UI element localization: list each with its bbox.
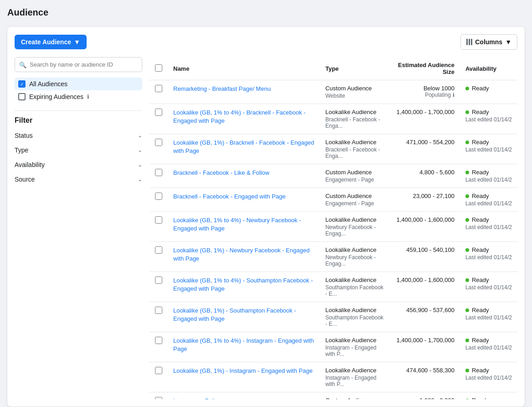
status-dot-3 — [465, 171, 469, 174]
row-checkbox-10[interactable] — [155, 367, 162, 374]
status-row-5: Ready — [465, 216, 512, 223]
cell-type-5: Lookalike Audience Newbury Facebook - En… — [320, 212, 391, 242]
expiring-audiences-filter[interactable]: Expiring Audiences ℹ — [15, 90, 142, 103]
type-sub-4: Engagement - Page — [325, 200, 386, 207]
filter-row-type[interactable]: Type⌄ — [15, 143, 142, 157]
last-edited-text: Last edited 01/14/2 — [465, 224, 512, 230]
size-main-1: 1,400,000 - 1,700,000 — [397, 109, 455, 115]
size-main-2: 471,000 - 554,200 — [397, 139, 455, 146]
type-main-0: Custom Audience — [325, 85, 386, 92]
cell-name-9: Lookalike (GB, 1% to 4%) - Instagram - E… — [168, 332, 320, 362]
type-main-2: Lookalike Audience — [325, 139, 386, 146]
status-dot-6 — [465, 248, 469, 252]
row-checkbox-7[interactable] — [155, 277, 162, 284]
row-checkbox-cell — [150, 272, 168, 302]
header-checkbox[interactable] — [155, 64, 162, 72]
row-checkbox-cell — [150, 362, 168, 392]
audience-name-link-6[interactable]: Lookalike (GB, 1%) - Newbury Facebook - … — [173, 246, 315, 263]
type-main-6: Lookalike Audience — [325, 246, 386, 253]
cell-type-1: Lookalike Audience Bracknell - Facebook … — [320, 104, 391, 134]
status-label-1: Ready — [472, 109, 489, 115]
cell-availability-7: Ready Last edited 01/14/2 — [460, 272, 517, 302]
audience-name-link-9[interactable]: Lookalike (GB, 1% to 4%) - Instagram - E… — [173, 337, 315, 353]
table-row: Bracknell - Facebook - Like & Follow Cus… — [150, 164, 517, 188]
size-main-3: 4,800 - 5,600 — [397, 169, 455, 176]
audience-name-link-2[interactable]: Lookalike (GB, 1%) - Bracknell - Faceboo… — [173, 139, 315, 155]
cell-type-9: Lookalike Audience Instagram - Engaged w… — [320, 332, 391, 362]
chevron-source-icon: ⌄ — [138, 176, 142, 183]
last-edited-text: Last edited 01/14/2 — [465, 314, 512, 321]
size-main-11: 1,900 - 2,300 — [397, 397, 455, 399]
row-checkbox-3[interactable] — [155, 169, 162, 176]
row-checkbox-0[interactable] — [155, 85, 162, 92]
filter-row-source[interactable]: Source⌄ — [15, 172, 142, 187]
row-checkbox-6[interactable] — [155, 246, 162, 254]
row-checkbox-11[interactable] — [155, 397, 162, 399]
cell-type-0: Custom Audience Website — [320, 80, 391, 104]
type-sub-3: Engagement - Page — [325, 177, 386, 183]
cell-name-8: Lookalike (GB, 1%) - Southampton Faceboo… — [168, 302, 320, 332]
size-info-icon: ℹ — [453, 92, 455, 98]
all-audiences-filter[interactable]: ✓ All Audiences — [15, 78, 142, 90]
last-edited-text: Last edited 01/14/2 — [465, 177, 512, 183]
create-audience-label: Create Audience — [21, 38, 71, 46]
audience-table: Name Type Estimated AudienceSize Availab… — [150, 57, 517, 399]
status-label-7: Ready — [472, 277, 489, 283]
cell-type-4: Custom Audience Engagement - Page — [320, 188, 391, 212]
columns-chevron-icon: ▼ — [505, 38, 511, 46]
filter-label-status: Status — [15, 132, 33, 139]
audience-name-link-4[interactable]: Bracknell - Facebook - Engaged with Page — [173, 193, 315, 201]
table-row: Lookalike (GB, 1%) - Instagram - Engaged… — [150, 362, 517, 392]
cell-name-1: Lookalike (GB, 1% to 4%) - Bracknell - F… — [168, 104, 320, 134]
filter-label-availability: Availability — [15, 161, 45, 168]
table-row: Lookalike (GB, 1%) - Bracknell - Faceboo… — [150, 134, 517, 164]
size-main-9: 1,400,000 - 1,700,000 — [397, 337, 455, 344]
table-wrapper[interactable]: Name Type Estimated AudienceSize Availab… — [150, 57, 517, 399]
audience-name-link-3[interactable]: Bracknell - Facebook - Like & Follow — [173, 169, 315, 177]
size-sub-text: Populating — [425, 92, 451, 98]
type-sub-8: Southampton Facebook - E... — [325, 314, 386, 327]
cell-type-7: Lookalike Audience Southampton Facebook … — [320, 272, 391, 302]
filter-label-source: Source — [15, 176, 35, 183]
search-input[interactable] — [15, 57, 142, 72]
status-dot-8 — [465, 308, 469, 312]
cell-availability-10: Ready Last edited 01/14/2 — [460, 362, 517, 392]
create-audience-button[interactable]: Create Audience ▼ — [15, 35, 87, 49]
cell-availability-5: Ready Last edited 01/14/2 — [460, 212, 517, 242]
table-row: Lookalike (GB, 1%) - Southampton Faceboo… — [150, 302, 517, 332]
cell-name-10: Lookalike (GB, 1%) - Instagram - Engaged… — [168, 362, 320, 392]
row-checkbox-2[interactable] — [155, 139, 162, 146]
status-row-8: Ready — [465, 307, 512, 313]
status-label-0: Ready — [472, 85, 489, 92]
row-checkbox-8[interactable] — [155, 307, 162, 314]
audience-name-link-0[interactable]: Remarketing - Breakfast Page/ Menu — [173, 85, 315, 93]
status-row-9: Ready — [465, 337, 512, 344]
audience-name-link-5[interactable]: Lookalike (GB, 1% to 4%) - Newbury Faceb… — [173, 216, 315, 233]
size-main-4: 23,000 - 27,100 — [397, 193, 455, 199]
header-checkbox-cell — [150, 57, 168, 80]
columns-button[interactable]: Columns ▼ — [460, 34, 517, 50]
status-dot-1 — [465, 110, 469, 114]
row-checkbox-5[interactable] — [155, 216, 162, 224]
filter-row-status[interactable]: Status⌄ — [15, 128, 142, 143]
row-checkbox-cell — [150, 104, 168, 134]
row-checkbox-9[interactable] — [155, 337, 162, 344]
chevron-type-icon: ⌄ — [138, 147, 142, 153]
status-dot-2 — [465, 141, 469, 144]
table-area: Name Type Estimated AudienceSize Availab… — [150, 57, 517, 399]
audience-name-link-7[interactable]: Lookalike (GB, 1% to 4%) - Southampton F… — [173, 277, 315, 293]
row-checkbox-1[interactable] — [155, 109, 162, 116]
status-dot-7 — [465, 278, 469, 282]
audience-name-link-11[interactable]: Instagram - Followers — [173, 397, 315, 399]
search-box: 🔍 — [15, 57, 142, 72]
audience-name-link-1[interactable]: Lookalike (GB, 1% to 4%) - Bracknell - F… — [173, 109, 315, 125]
size-main-0: Below 1000 — [397, 85, 455, 92]
audience-name-link-10[interactable]: Lookalike (GB, 1%) - Instagram - Engaged… — [173, 367, 315, 375]
audience-name-link-8[interactable]: Lookalike (GB, 1%) - Southampton Faceboo… — [173, 307, 315, 323]
row-checkbox-4[interactable] — [155, 193, 162, 200]
status-label-6: Ready — [472, 246, 489, 253]
status-row-4: Ready — [465, 193, 512, 199]
row-checkbox-cell — [150, 80, 168, 104]
filter-row-availability[interactable]: Availability⌄ — [15, 157, 142, 172]
status-label-10: Ready — [472, 367, 489, 374]
